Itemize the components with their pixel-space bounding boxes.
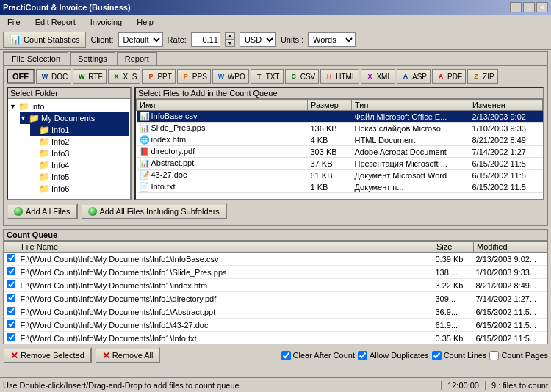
expand-mydocs-icon[interactable]: ▼ <box>20 115 29 122</box>
tab-file-selection[interactable]: File Selection <box>4 52 68 65</box>
queue-checkbox-cell[interactable] <box>4 253 18 266</box>
filetype-asp-button[interactable]: A ASP <box>397 69 431 84</box>
count-statistics-button[interactable]: 📊 Count Statistics <box>3 32 86 48</box>
add-all-with-subfolders-button[interactable]: Add All Files Including Subfolders <box>81 203 227 219</box>
file-row[interactable]: 📊Slide_Pres.pps 136 KB Показ слайдов Mic… <box>137 123 543 134</box>
filetype-doc-button[interactable]: W DOC <box>36 69 71 84</box>
tree-item-info4[interactable]: 📁 Info4 <box>30 159 129 171</box>
rate-up-button[interactable]: ▲ <box>226 33 234 40</box>
filetype-wpo-button[interactable]: W WPO <box>212 69 249 84</box>
info2-folder-icon: 📁 <box>39 137 50 147</box>
expand-icon[interactable]: ▼ <box>10 103 18 110</box>
filetype-rtf-button[interactable]: W RTF <box>73 69 106 84</box>
queue-table-wrap[interactable]: File Name Size Modified F:\(Word Count)\… <box>4 241 547 344</box>
tree-item-mydocs[interactable]: ▼ 📁 My Documents <box>20 112 129 124</box>
clear-after-count-option[interactable]: Clear After Count <box>281 351 355 360</box>
queue-modified-cell: 7/14/2002 1:27... <box>474 292 547 305</box>
file-list-scroll[interactable]: Имя Размер Тип Изменен 📊InfoBase.csv Фай… <box>136 99 543 199</box>
count-pages-option[interactable]: Count Pages <box>489 351 548 360</box>
queue-item-checkbox[interactable] <box>7 280 15 289</box>
queue-checkbox-cell[interactable] <box>4 305 18 319</box>
csv-icon: C <box>289 71 299 81</box>
queue-item-checkbox[interactable] <box>7 254 15 263</box>
tree-item-info3[interactable]: 📁 Info3 <box>30 148 129 159</box>
clear-after-count-checkbox[interactable] <box>281 351 291 360</box>
maximize-button[interactable]: □ <box>523 2 535 12</box>
rate-input[interactable] <box>191 32 220 47</box>
queue-modified-col[interactable]: Modified <box>474 242 547 253</box>
pdf-icon: A <box>436 71 446 81</box>
count-lines-checkbox[interactable] <box>432 351 442 360</box>
units-select[interactable]: Words <box>308 32 356 47</box>
filetype-off-button[interactable]: OFF <box>7 69 35 84</box>
menu-edit-report[interactable]: Edit Report <box>31 16 80 28</box>
file-row[interactable]: 📄Info.txt 1 KB Документ п... 6/15/2002 1… <box>137 181 543 193</box>
filetype-html-button[interactable]: H HTML <box>320 69 359 84</box>
add-all-files-button[interactable]: Add All Files <box>7 203 78 219</box>
col-type-header[interactable]: Тип <box>352 100 469 111</box>
queue-row[interactable]: F:\(Word Count)\Info\My Documents\Info1\… <box>4 305 547 319</box>
window-controls[interactable]: _ □ × <box>510 2 548 12</box>
queue-checkbox-cell[interactable] <box>4 319 18 332</box>
col-size-header[interactable]: Размер <box>308 100 352 111</box>
menu-invoicing[interactable]: Invoicing <box>86 16 126 28</box>
queue-item-checkbox[interactable] <box>7 333 15 342</box>
tree-item-info1[interactable]: 📁 Info1 <box>30 124 129 136</box>
tree-item-info7[interactable]: 📁 Info7 <box>30 195 129 197</box>
queue-row[interactable]: F:\(Word Count)\Info\My Documents\Info1\… <box>4 266 547 279</box>
queue-item-checkbox[interactable] <box>7 294 15 302</box>
file-row[interactable]: 📊InfoBase.csv Файл Microsoft Office E...… <box>137 111 543 123</box>
filetype-pps-button[interactable]: P PPS <box>177 69 211 84</box>
col-name-header[interactable]: Имя <box>137 100 308 111</box>
rate-down-button[interactable]: ▼ <box>226 40 234 46</box>
queue-checkbox-cell[interactable] <box>4 292 18 305</box>
currency-select[interactable]: USD <box>240 32 276 47</box>
tree-item-info[interactable]: ▼ 📁 Info <box>10 101 129 112</box>
file-row[interactable]: 📊Abstract.ppt 37 KB Презентация Microsof… <box>137 158 543 170</box>
filetype-zip-button[interactable]: Z ZIP <box>467 69 498 84</box>
queue-row[interactable]: F:\(Word Count)\Info\My Documents\Info1\… <box>4 319 547 332</box>
remove-all-button[interactable]: ✕ Remove All <box>95 347 161 363</box>
txt-icon: T <box>254 71 264 81</box>
minimize-button[interactable]: _ <box>510 2 522 12</box>
queue-row[interactable]: F:\(Word Count)\Info\My Documents\Info1\… <box>4 332 547 344</box>
count-lines-option[interactable]: Count Lines <box>432 351 487 360</box>
filetype-txt-button[interactable]: T TXT <box>251 69 284 84</box>
client-select[interactable]: Default <box>118 32 163 47</box>
queue-size-col[interactable]: Size <box>433 242 474 253</box>
filetype-xls-button[interactable]: X XLS <box>108 69 141 84</box>
queue-row[interactable]: F:\(Word Count)\Info\My Documents\Info1\… <box>4 253 547 266</box>
queue-item-checkbox[interactable] <box>7 320 15 329</box>
queue-checkbox-cell[interactable] <box>4 279 18 292</box>
tree-item-info5[interactable]: 📁 Info5 <box>30 171 129 183</box>
file-row[interactable]: 🌐index.htm 4 KB HTML Document 8/21/2002 … <box>137 134 543 146</box>
queue-row[interactable]: F:\(Word Count)\Info\My Documents\Info1\… <box>4 292 547 305</box>
allow-duplicates-checkbox[interactable] <box>358 351 367 360</box>
queue-path-cell: F:\(Word Count)\Info\My Documents\Info1\… <box>18 319 433 332</box>
file-row[interactable]: 📝43-27.doc 61 KB Документ Microsoft Word… <box>137 170 543 181</box>
queue-item-checkbox[interactable] <box>7 307 15 316</box>
queue-checkbox-cell[interactable] <box>4 332 18 344</box>
queue-row[interactable]: F:\(Word Count)\Info\My Documents\Info1\… <box>4 279 547 292</box>
tab-report[interactable]: Report <box>117 52 157 65</box>
tree-item-info6[interactable]: 📁 Info6 <box>30 183 129 195</box>
folder-tree[interactable]: ▼ 📁 Info ▼ 📁 My Documents <box>8 99 130 197</box>
queue-filename-col[interactable]: File Name <box>18 242 433 253</box>
count-pages-checkbox[interactable] <box>489 351 499 360</box>
filetype-pdf-button[interactable]: A PDF <box>432 69 466 84</box>
filetype-csv-button[interactable]: C CSV <box>285 69 320 84</box>
close-button[interactable]: × <box>536 2 548 12</box>
col-modified-header[interactable]: Изменен <box>469 100 543 111</box>
queue-checkbox-cell[interactable] <box>4 266 18 279</box>
file-row[interactable]: 📕directory.pdf 303 KB Adobe Acrobat Docu… <box>137 146 543 158</box>
menu-file[interactable]: File <box>3 16 25 28</box>
queue-size-cell: 0.39 Kb <box>433 253 474 266</box>
filetype-ppt-button[interactable]: P PPT <box>142 69 175 84</box>
tree-item-info2[interactable]: 📁 Info2 <box>30 136 129 148</box>
tab-settings[interactable]: Settings <box>70 52 115 65</box>
queue-item-checkbox[interactable] <box>7 267 15 276</box>
filetype-xml-button[interactable]: X XML <box>361 69 395 84</box>
allow-duplicates-option[interactable]: Allow Duplicates <box>358 351 429 360</box>
menu-help[interactable]: Help <box>132 16 158 28</box>
remove-selected-button[interactable]: ✕ Remove Selected <box>3 347 92 363</box>
